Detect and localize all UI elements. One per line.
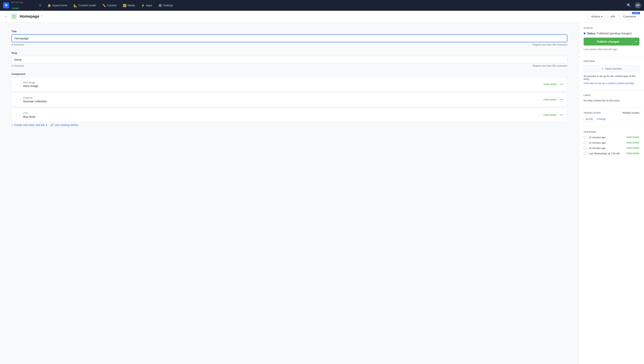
component-card-cta: ⋮⋮ CTA Buy Now! PUBLISHED •••: [12, 108, 567, 122]
version-radio-0[interactable]: [584, 136, 587, 139]
publish-button[interactable]: Publish changes: [584, 38, 632, 46]
nav-apps[interactable]: ⚡ Apps: [138, 3, 155, 9]
nav-content-model[interactable]: 📐 Content model: [71, 3, 99, 9]
title-field-label: Title: [12, 30, 567, 33]
translation-section: TRANSLATION Multiple locales en-US Chang…: [584, 111, 640, 121]
entry-type-icon: [10, 13, 18, 20]
component-section: Component ⋮⋮ Hero Image Hero Image PUBLI…: [12, 73, 567, 126]
avatar[interactable]: DF: [635, 2, 641, 9]
version-status-2: PUBLISHED: [626, 147, 640, 149]
entry-icon-svg: [12, 15, 16, 19]
nav-content[interactable]: ✏️ Content: [100, 3, 119, 9]
version-radio-1[interactable]: [584, 141, 587, 144]
versions-section-title: VERSIONS: [584, 131, 640, 133]
card-status-cta: PUBLISHED: [544, 114, 556, 116]
menu-toggle-button[interactable]: ☰: [38, 2, 43, 9]
version-radio-2[interactable]: [584, 146, 587, 149]
card-status-featured: PUBLISHED: [544, 98, 556, 101]
locale-badge: en-US: [584, 116, 595, 121]
slug-input[interactable]: [12, 56, 567, 63]
slug-field-label: Slug: [12, 52, 567, 54]
version-item-0: 13 minutes ago PUBLISHED: [584, 136, 640, 139]
back-button[interactable]: ‹: [4, 14, 8, 19]
version-item-3: Last Wednesday at 1:09 AM PUBLISHED: [584, 152, 640, 155]
title-field-group: Title 8 characters Requires less than 25…: [12, 30, 567, 46]
version-radio-3[interactable]: [584, 152, 587, 155]
version-item-2: 16 minutes ago PUBLISHED: [584, 146, 640, 149]
add-links: + Create new entry and link ▾ 🔗 Link exi…: [12, 123, 567, 126]
slug-char-limit: Requires less than 256 characters: [532, 65, 567, 67]
card-name-featured: Summer collection: [23, 100, 544, 103]
translation-value: Multiple locales: [622, 111, 640, 114]
nav-space-home-label: Space home: [52, 4, 68, 7]
settings-icon: ⚙️: [158, 4, 162, 7]
link-existing-entries-link[interactable]: 🔗 Link existing entries: [50, 123, 78, 126]
comments-button[interactable]: ALPHA Comments: [620, 13, 640, 20]
nav-settings-label: Settings: [163, 4, 173, 7]
sidebar: STATUS Status: Published (pending change…: [579, 22, 644, 364]
component-card-featured: ⋮⋮ Featured Summer collection PUBLISHED …: [12, 93, 567, 107]
status-row: Status: Published (pending changes): [584, 32, 640, 35]
drag-handle-cta[interactable]: ⋮⋮: [15, 113, 21, 117]
create-new-entry-link[interactable]: + Create new entry and link ▾: [12, 123, 47, 126]
card-right-cta: PUBLISHED •••: [544, 112, 564, 118]
card-name-cta: Buy Now!: [23, 115, 544, 118]
title-input[interactable]: [12, 34, 567, 42]
nav-space-home[interactable]: 🏠 Space home: [45, 3, 70, 9]
nav-media[interactable]: 🖼️ Media: [120, 3, 138, 9]
version-time-1: 13 minutes ago: [588, 141, 624, 144]
title-field-meta: 8 characters Requires less than 256 char…: [12, 43, 567, 46]
preview-section-title: PREVIEW: [584, 60, 640, 62]
nav-links: 🏠 Space home 📐 Content model ✏️ Content …: [45, 3, 625, 9]
links-note: No other entries link to this entry.: [584, 99, 640, 102]
nav-apps-label: Apps: [146, 4, 152, 7]
home-icon: 🏠: [47, 4, 51, 7]
search-button[interactable]: 🔍: [625, 2, 632, 9]
plus-icon: +: [12, 123, 13, 126]
change-locale-link[interactable]: Change: [597, 117, 606, 120]
set-preview-link[interactable]: Click here to set up a custom content pr…: [584, 82, 634, 85]
branch-name: master: [11, 7, 20, 10]
card-right-featured: PUBLISHED •••: [544, 97, 564, 103]
comments-label: Comments: [623, 15, 636, 18]
link-icon: 🔗: [50, 123, 54, 126]
open-preview-button[interactable]: ↗ Open preview: [584, 65, 640, 72]
drag-handle-featured[interactable]: ⋮⋮: [15, 98, 21, 102]
nav-right: 🔍 DF: [625, 2, 641, 9]
status-section: STATUS Status: Published (pending change…: [584, 27, 640, 51]
content-icon: ✏️: [102, 4, 106, 7]
title-char-limit: Requires less than 256 characters: [532, 43, 567, 46]
link-existing-entries-label: Link existing entries: [55, 123, 78, 126]
card-type-cta: CTA: [23, 112, 544, 115]
publish-dropdown-button[interactable]: ▾: [632, 38, 640, 46]
help-icon[interactable]: ?: [41, 15, 42, 18]
main-layout: Title 8 characters Requires less than 25…: [0, 22, 644, 364]
nav-settings[interactable]: ⚙️ Settings: [156, 3, 176, 9]
top-navigation: M My First Org Demo master ☰ 🏠 Space hom…: [0, 0, 644, 11]
drag-handle-hero[interactable]: ⋮⋮: [15, 83, 21, 86]
content-model-icon: 📐: [74, 4, 78, 7]
card-menu-cta[interactable]: •••: [559, 112, 564, 118]
last-saved: Last saved a few seconds ago: [584, 48, 640, 51]
card-content-featured: Featured Summer collection: [23, 97, 544, 103]
card-content-hero: Hero Image Hero Image: [23, 81, 544, 88]
divider-1: [579, 56, 644, 56]
version-time-2: 16 minutes ago: [588, 147, 624, 149]
publish-btn-wrapper: Publish changes ▾: [584, 38, 640, 46]
nav-content-model-label: Content model: [78, 4, 96, 7]
brand-area: M My First Org Demo master: [3, 1, 38, 10]
preview-note: No preview is set up for the content typ…: [584, 75, 640, 80]
version-item-1: 13 minutes ago PUBLISHED: [584, 141, 640, 144]
actions-button[interactable]: Actions ▾: [588, 13, 606, 20]
open-preview-label: Open preview: [605, 67, 622, 70]
actions-label: Actions: [591, 15, 600, 18]
card-menu-featured[interactable]: •••: [559, 97, 564, 103]
space-name: Demo: [11, 4, 23, 7]
card-right-hero: PUBLISHED •••: [544, 82, 564, 87]
brand-icon: M: [3, 2, 9, 9]
card-menu-hero[interactable]: •••: [559, 82, 564, 87]
versions-section: VERSIONS 13 minutes ago PUBLISHED 13 min…: [584, 131, 640, 155]
version-status-1: PUBLISHED: [626, 141, 640, 144]
info-label: Info: [611, 15, 615, 18]
info-button[interactable]: Info: [608, 13, 618, 20]
